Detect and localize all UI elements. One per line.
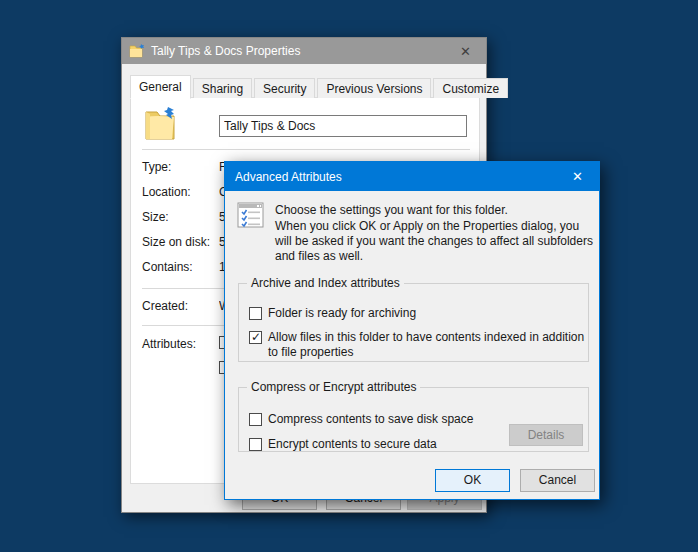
type-label: Type: [142, 160, 171, 174]
encrypt-checkbox-label[interactable]: Encrypt contents to secure data [268, 437, 437, 452]
archive-index-group: Archive and Index attributes Folder is r… [238, 276, 589, 362]
tab-customize[interactable]: Customize [433, 78, 508, 98]
folder-name-input[interactable] [219, 115, 467, 137]
index-checkbox-label[interactable]: Allow files in this folder to have conte… [268, 330, 588, 360]
description-text: When you click OK or Apply on the Proper… [275, 219, 593, 264]
compress-checkbox-row[interactable]: Compress contents to save disk space [249, 412, 473, 427]
folder-icon [129, 44, 145, 58]
compress-checkbox-label[interactable]: Compress contents to save disk space [268, 412, 473, 427]
details-button[interactable]: Details [509, 424, 583, 446]
tab-sharing[interactable]: Sharing [193, 78, 252, 98]
tab-previous-versions[interactable]: Previous Versions [317, 78, 431, 98]
intro-text: Choose the settings you want for this fo… [275, 203, 508, 217]
archive-checkbox-label[interactable]: Folder is ready for archiving [268, 306, 416, 321]
tab-security[interactable]: Security [254, 78, 315, 98]
checkbox-unchecked[interactable] [249, 438, 262, 451]
encrypt-checkbox-row[interactable]: Encrypt contents to secure data [249, 437, 437, 452]
contains-label: Contains: [142, 260, 193, 274]
index-checkbox-row[interactable]: ✓ Allow files in this folder to have con… [249, 330, 588, 360]
advanced-title: Advanced Attributes [235, 170, 566, 184]
close-icon[interactable]: ✕ [566, 169, 589, 184]
advanced-titlebar[interactable]: Advanced Attributes ✕ [225, 162, 599, 191]
close-icon[interactable]: ✕ [452, 44, 479, 59]
properties-title: Tally Tips & Docs Properties [151, 44, 452, 58]
checkbox-unchecked[interactable] [249, 413, 262, 426]
advanced-ok-button[interactable]: OK [435, 469, 510, 492]
checkbox-checked[interactable]: ✓ [249, 331, 262, 344]
archive-index-legend: Archive and Index attributes [247, 276, 404, 290]
folder-compressed-icon [142, 105, 182, 143]
created-label: Created: [142, 299, 188, 313]
checklist-icon [237, 202, 264, 229]
properties-titlebar[interactable]: Tally Tips & Docs Properties ✕ [122, 38, 486, 64]
archive-checkbox-row[interactable]: Folder is ready for archiving [249, 306, 416, 321]
tab-strip: General Sharing Security Previous Versio… [130, 75, 510, 98]
checkmark-icon: ✓ [251, 330, 261, 344]
compress-encrypt-legend: Compress or Encrypt attributes [247, 380, 420, 394]
advanced-attributes-dialog: Advanced Attributes ✕ Choose the setting… [224, 161, 600, 500]
tab-general[interactable]: General [130, 75, 191, 99]
separator [142, 149, 470, 150]
location-label: Location: [142, 185, 191, 199]
checkbox-unchecked[interactable] [249, 307, 262, 320]
size-on-disk-label: Size on disk: [142, 235, 210, 249]
size-label: Size: [142, 210, 169, 224]
advanced-cancel-button[interactable]: Cancel [520, 469, 595, 492]
attributes-label: Attributes: [142, 337, 196, 351]
